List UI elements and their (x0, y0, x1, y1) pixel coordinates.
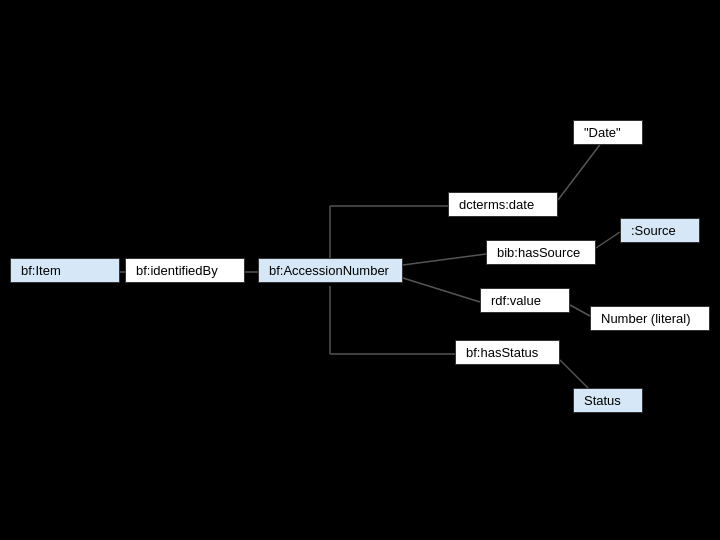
number-literal-node: Number (literal) (590, 306, 710, 331)
svg-line-7 (403, 278, 480, 302)
bf-accessionnumber-node: bf:AccessionNumber (258, 258, 403, 283)
svg-line-5 (403, 254, 486, 265)
svg-line-8 (570, 305, 590, 316)
bf-item-node: bf:Item (10, 258, 120, 283)
svg-line-6 (596, 232, 620, 248)
bf-identifiedby-node: bf:identifiedBy (125, 258, 245, 283)
diagram-container: bf:Item bf:identifiedBy bf:AccessionNumb… (0, 0, 720, 540)
status-node: Status (573, 388, 643, 413)
bf-hasstatus-node: bf:hasStatus (455, 340, 560, 365)
rdf-value-node: rdf:value (480, 288, 570, 313)
svg-line-11 (560, 360, 590, 390)
bib-hassource-node: bib:hasSource (486, 240, 596, 265)
date-literal-node: "Date" (573, 120, 643, 145)
dcterms-date-node: dcterms:date (448, 192, 558, 217)
source-node: :Source (620, 218, 700, 243)
